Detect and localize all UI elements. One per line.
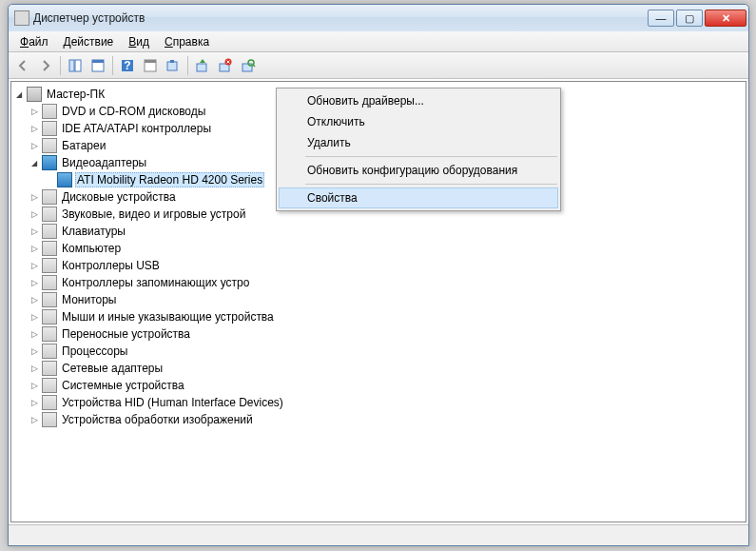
- svg-rect-8: [167, 62, 177, 70]
- expand-toggle[interactable]: [27, 141, 42, 150]
- expand-toggle[interactable]: [27, 415, 42, 424]
- ctx-delete[interactable]: Удалить: [279, 132, 558, 153]
- device-icon: [42, 241, 57, 256]
- expand-toggle[interactable]: [27, 346, 42, 356]
- device-icon: [42, 309, 57, 325]
- device-icon: [42, 121, 57, 136]
- device-label: Звуковые, видео и игровые устрой: [60, 207, 247, 222]
- minimize-button[interactable]: —: [648, 10, 674, 27]
- uninstall-button[interactable]: [215, 55, 236, 76]
- tree-category[interactable]: Компьютер: [11, 240, 746, 257]
- ctx-disable[interactable]: Отключить: [279, 111, 558, 132]
- svg-rect-7: [145, 60, 156, 63]
- device-label: Контроллеры запоминающих устро: [60, 275, 251, 290]
- device-label: Дисковые устройства: [60, 189, 178, 205]
- svg-rect-1: [75, 60, 81, 71]
- device-label: Видеоадаптеры: [60, 155, 148, 170]
- device-icon: [42, 395, 57, 410]
- ctx-separator: [305, 156, 557, 157]
- help-button[interactable]: ?: [117, 55, 138, 76]
- expand-toggle[interactable]: [27, 244, 42, 253]
- expand-toggle[interactable]: [27, 398, 42, 407]
- menu-file[interactable]: Файл: [14, 33, 54, 50]
- expand-toggle[interactable]: [27, 159, 42, 167]
- tree-category[interactable]: Устройства HID (Human Interface Devices): [11, 394, 746, 411]
- expand-toggle[interactable]: [11, 90, 27, 99]
- device-label: Переносные устройства: [60, 326, 192, 342]
- tree-category[interactable]: Устройства обработки изображений: [11, 411, 746, 428]
- tree-category[interactable]: Процессоры: [11, 343, 746, 360]
- ctx-separator: [305, 184, 557, 185]
- expand-toggle[interactable]: [27, 261, 42, 270]
- device-tree[interactable]: Мастер-ПКDVD и CD-ROM дисководыIDE ATA/A…: [10, 81, 746, 522]
- expand-toggle[interactable]: [27, 329, 42, 339]
- device-label: IDE ATA/ATAPI контроллеры: [60, 121, 213, 136]
- tree-category[interactable]: Системные устройства: [11, 377, 746, 394]
- expand-toggle[interactable]: [27, 381, 42, 390]
- toolbar-separator: [60, 56, 61, 75]
- expand-toggle[interactable]: [27, 124, 42, 133]
- tree-category[interactable]: Сетевые адаптеры: [11, 360, 746, 377]
- close-button[interactable]: ✕: [705, 10, 746, 27]
- device-icon: [57, 172, 72, 187]
- expand-toggle[interactable]: [27, 209, 42, 219]
- tree-category[interactable]: Контроллеры запоминающих устро: [11, 274, 746, 291]
- device-label: Компьютер: [60, 241, 123, 256]
- device-icon: [42, 224, 57, 239]
- device-label: Контроллеры USB: [60, 258, 162, 273]
- ctx-properties[interactable]: Свойства: [279, 187, 558, 208]
- tree-category[interactable]: Переносные устройства: [11, 325, 746, 343]
- maximize-button[interactable]: ▢: [676, 10, 703, 27]
- device-icon: [42, 189, 57, 205]
- svg-rect-3: [92, 60, 104, 63]
- tree-category[interactable]: Мониторы: [11, 291, 746, 308]
- device-icon: [42, 104, 57, 119]
- window-title: Диспетчер устройств: [33, 11, 646, 25]
- back-button[interactable]: [12, 55, 33, 76]
- device-icon: [42, 138, 57, 153]
- forward-button[interactable]: [35, 55, 56, 76]
- menu-help[interactable]: Справка: [159, 33, 215, 50]
- menu-view[interactable]: Вид: [123, 33, 155, 50]
- scan-hardware-button[interactable]: [238, 55, 259, 76]
- device-label: Устройства обработки изображений: [60, 412, 255, 427]
- expand-toggle[interactable]: [27, 107, 42, 116]
- app-icon: [14, 10, 29, 26]
- expand-toggle[interactable]: [27, 312, 42, 322]
- window-frame: Диспетчер устройств — ▢ ✕ Файл Действие …: [8, 4, 749, 546]
- toolbar: ?: [9, 52, 748, 79]
- refresh-button[interactable]: [163, 55, 184, 76]
- svg-rect-10: [197, 64, 206, 71]
- tree-category[interactable]: Клавиатуры: [11, 223, 746, 240]
- properties-button[interactable]: [87, 55, 108, 76]
- action-button[interactable]: [140, 55, 161, 76]
- device-icon: [42, 378, 57, 393]
- device-label: Мастер-ПК: [45, 87, 107, 102]
- expand-toggle[interactable]: [27, 226, 42, 236]
- device-label: ATI Mobility Radeon HD 4200 Series: [75, 172, 264, 187]
- device-label: Клавиатуры: [60, 224, 127, 239]
- content-area: Мастер-ПКDVD и CD-ROM дисководыIDE ATA/A…: [9, 79, 748, 524]
- tree-category[interactable]: Мыши и иные указывающие устройства: [11, 308, 746, 325]
- device-label: Устройства HID (Human Interface Devices): [60, 395, 285, 410]
- show-hide-tree-button[interactable]: [65, 55, 86, 76]
- expand-toggle[interactable]: [27, 278, 42, 287]
- ctx-scan-hardware[interactable]: Обновить конфигурацию оборудования: [279, 160, 558, 181]
- expand-toggle[interactable]: [27, 364, 42, 373]
- expand-toggle[interactable]: [27, 192, 42, 202]
- ctx-update-drivers[interactable]: Обновить драйверы...: [279, 90, 558, 111]
- device-label: DVD и CD-ROM дисководы: [60, 104, 207, 119]
- menu-bar: Файл Действие Вид Справка: [9, 31, 748, 52]
- update-driver-button[interactable]: [192, 55, 213, 76]
- toolbar-separator: [112, 56, 113, 75]
- device-icon: [42, 344, 57, 359]
- svg-rect-9: [170, 60, 174, 63]
- titlebar[interactable]: Диспетчер устройств — ▢ ✕: [9, 5, 748, 31]
- expand-toggle[interactable]: [27, 295, 42, 305]
- device-icon: [42, 412, 57, 427]
- device-label: Сетевые адаптеры: [60, 361, 165, 376]
- svg-rect-0: [69, 60, 74, 71]
- menu-action[interactable]: Действие: [58, 33, 120, 50]
- tree-category[interactable]: Контроллеры USB: [11, 257, 746, 274]
- device-icon: [42, 275, 57, 290]
